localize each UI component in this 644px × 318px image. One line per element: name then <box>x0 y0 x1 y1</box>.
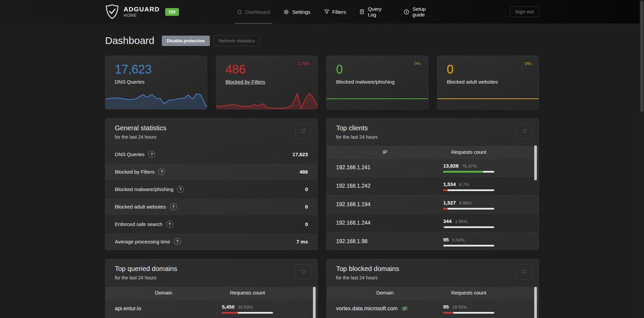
card-title: Top clients <box>336 124 529 132</box>
table-scrollbar[interactable] <box>313 287 316 318</box>
nav-item-settings[interactable]: Settings <box>283 0 310 24</box>
top-clients-rows: 192.168.1.241 13,82878.47% 192.168.1.242… <box>327 158 539 250</box>
domain-name[interactable]: api.entur.io <box>105 306 222 312</box>
help-icon[interactable]: ? <box>177 186 184 193</box>
client-ip[interactable]: 192.168.1.98 <box>327 238 443 244</box>
nav-item-label: Settings <box>292 9 310 15</box>
help-icon[interactable]: ? <box>148 151 155 158</box>
requests-bar <box>443 189 494 191</box>
general-statistics-rows: DNS Queries? 17,623 Blocked by Filters? … <box>105 145 317 250</box>
stat-value: 0 <box>305 186 308 192</box>
refresh-icon <box>301 269 306 275</box>
sign-out-button[interactable]: Sign out <box>510 6 539 17</box>
stat-value: 0 <box>305 204 308 210</box>
brand-name: ADGUARD <box>124 6 160 12</box>
blocked-adult-percent: 0% <box>525 61 531 66</box>
stat-value: 486 <box>300 169 308 175</box>
requests-bar <box>222 312 273 314</box>
stat-row-dns-queries: DNS Queries? 17,623 <box>105 145 317 163</box>
blocked-malware-percent: 0% <box>414 61 421 66</box>
table-scrollbar[interactable] <box>534 145 537 180</box>
help-icon[interactable]: ? <box>166 221 173 228</box>
disable-protection-button[interactable]: Disable protection <box>162 36 210 46</box>
dns-queries-sparkline <box>105 91 207 109</box>
refresh-card-button[interactable] <box>517 124 532 139</box>
table-row: vortex.data.microsoft.com 9519.55% <box>327 299 539 318</box>
stat-card-blocked-malware: 0 Blocked malware/phishing 0% <box>326 56 428 109</box>
refresh-card-button[interactable] <box>517 264 532 280</box>
blocked-adult-flatline <box>438 98 539 99</box>
domain-name[interactable]: vortex.data.microsoft.com <box>327 305 443 312</box>
card-title: Top blocked domains <box>336 265 529 273</box>
top-queried-domains-card: Top queried domains for the last 24 hour… <box>105 259 318 318</box>
refresh-icon <box>522 128 527 135</box>
help-icon[interactable]: ? <box>158 168 165 175</box>
nav-item-filters[interactable]: Filters <box>324 0 346 24</box>
top-clients-card: Top clients for the last 24 hours IP Req… <box>326 118 539 250</box>
refresh-card-button[interactable] <box>295 124 311 139</box>
nav-item-label: Filters <box>332 9 346 15</box>
client-ip[interactable]: 192.168.1.194 <box>327 201 443 208</box>
card-subtitle: for the last 24 hours <box>115 275 308 280</box>
svg-text:?: ? <box>406 10 408 13</box>
nav-item-label: Dashboard <box>245 9 270 15</box>
stat-row-processing-time: Average processing time? 7 ms <box>105 233 317 250</box>
dns-queries-count: 17,623 <box>115 63 207 76</box>
stat-value: 0 <box>305 221 308 227</box>
top-queried-rows: api.entur.io 5,45030.93% <box>105 299 317 318</box>
stat-row-safe-search: Enforced safe search? 0 <box>105 215 317 233</box>
blocked-filters-percent: 2.76% <box>297 61 310 66</box>
dns-queries-label: DNS Queries <box>115 79 144 85</box>
help-icon[interactable]: ? <box>174 238 181 245</box>
window-scrollbar[interactable] <box>640 0 644 318</box>
client-ip[interactable]: 192.168.1.241 <box>327 165 443 171</box>
card-subtitle: for the last 24 hours <box>336 275 529 280</box>
eye-off-icon[interactable] <box>401 305 408 312</box>
dashboard-page: Dashboard Disable protection Refresh sta… <box>105 35 539 318</box>
requests-bar <box>443 312 494 314</box>
adguard-shield-logo <box>105 4 119 19</box>
nav-item-label: Setup guide <box>412 6 438 17</box>
refresh-icon <box>522 269 527 275</box>
client-ip[interactable]: 192.168.1.242 <box>327 183 443 189</box>
card-title: Top queried domains <box>115 265 308 273</box>
table-row: 192.168.1.194 1,5278.66% <box>327 195 539 214</box>
refresh-card-button[interactable] <box>295 264 311 280</box>
funnel-icon <box>324 9 329 14</box>
table-row: api.entur.io 5,45030.93% <box>105 299 317 318</box>
refresh-statistics-button[interactable]: Refresh statistics <box>214 35 260 46</box>
table-header: Domain Requests count <box>327 286 539 299</box>
stat-row-blocked-adult: Blocked adult websites? 0 <box>105 198 317 215</box>
top-navbar: ADGUARD HOME ON Dashboard Settings <box>0 0 644 24</box>
question-circle-icon: ? <box>404 9 409 15</box>
table-scrollbar[interactable] <box>534 287 537 318</box>
nav-item-dashboard[interactable]: Dashboard <box>237 0 270 24</box>
table-header: Domain Requests count <box>105 286 317 299</box>
brand[interactable]: ADGUARD HOME ON <box>105 4 179 19</box>
stat-value: 7 ms <box>296 239 308 244</box>
card-subtitle: for the last 24 hours <box>115 134 308 140</box>
nav-item-query-log[interactable]: Query Log <box>359 0 390 24</box>
help-icon[interactable]: ? <box>170 203 177 210</box>
blocked-filters-link[interactable]: Blocked by Filters <box>226 79 265 85</box>
stat-row-blocked-filters: Blocked by Filters? 486 <box>105 163 317 180</box>
blocked-filters-sparkline <box>216 91 318 109</box>
document-icon <box>359 9 365 14</box>
window-scrollbar-thumb[interactable] <box>640 1 643 112</box>
stat-value: 17,623 <box>292 151 308 157</box>
requests-bar <box>443 245 494 246</box>
blocked-adult-label: Blocked adult websites <box>447 79 498 85</box>
table-row: 192.168.1.244 3441.95% <box>327 214 539 232</box>
protection-status-badge: ON <box>165 8 179 16</box>
client-ip[interactable]: 192.168.1.244 <box>327 220 443 226</box>
blocked-malware-flatline <box>327 98 428 99</box>
stat-cards-row: 17,623 DNS Queries 486 Blocked by Filter… <box>105 56 539 109</box>
table-row: 192.168.1.242 1,5348.7% <box>327 177 539 195</box>
requests-bar <box>443 208 494 210</box>
card-subtitle: for the last 24 hours <box>336 134 529 140</box>
requests-bar <box>443 171 494 173</box>
table-row: 192.168.1.241 13,82878.47% <box>327 158 539 177</box>
nav-item-setup-guide[interactable]: ? Setup guide <box>404 0 438 24</box>
gear-icon <box>283 9 289 15</box>
requests-bar <box>443 226 494 228</box>
